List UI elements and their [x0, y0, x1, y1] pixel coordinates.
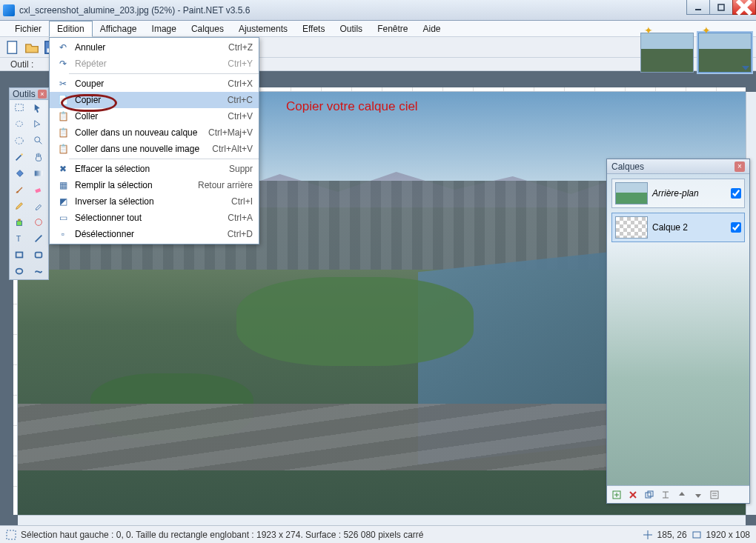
tool-lasso[interactable]	[10, 116, 29, 133]
menu-item-copier[interactable]: 📄CopierCtrl+C	[50, 92, 259, 108]
tools-close-icon[interactable]: ×	[38, 90, 47, 99]
tools-panel-label: Outils	[13, 89, 36, 99]
svg-point-16	[35, 137, 40, 142]
menu-icon: 📋	[56, 111, 70, 121]
menu-item-remplir-la-s-lection[interactable]: ▦Remplir la sélectionRetour arrière	[50, 177, 259, 193]
menu-shortcut: Ctrl+Z	[228, 42, 253, 53]
layer-visible-checkbox[interactable]	[731, 188, 741, 199]
menu-shortcut: Ctrl+Y	[228, 59, 253, 69]
merge-layer-button[interactable]	[659, 488, 672, 502]
delete-layer-button[interactable]	[626, 488, 640, 502]
layers-toolbar	[607, 485, 749, 503]
thumb-2[interactable]: ✦	[698, 33, 752, 73]
layer-properties-button[interactable]	[708, 488, 721, 502]
menu-edition[interactable]: Edition	[49, 21, 93, 37]
tools-panel-title[interactable]: Outils ×	[10, 88, 48, 100]
menu-effets[interactable]: Effets	[295, 21, 332, 36]
menu-shortcut: Ctrl+D	[228, 229, 253, 239]
open-button[interactable]	[24, 39, 40, 56]
tool-brush[interactable]	[10, 181, 29, 198]
layer-row[interactable]: Arrière-plan	[611, 179, 745, 208]
menu-ajustements[interactable]: Ajustements	[231, 21, 295, 36]
layers-list: Arrière-plan Calque 2	[607, 174, 749, 503]
menu-item-inverser-la-s-lection[interactable]: ◩Inverser la sélectionCtrl+I	[50, 193, 259, 210]
svg-point-14	[16, 121, 23, 127]
status-dims: 1920 x 108	[706, 530, 750, 540]
svg-rect-4	[7, 41, 16, 53]
menu-image[interactable]: Image	[145, 21, 184, 36]
scrollbar-horizontal[interactable]	[18, 515, 746, 525]
menu-item-effacer-la-s-lection[interactable]: ✖Effacer la sélectionSuppr	[50, 161, 259, 177]
minimize-button[interactable]	[686, 0, 710, 15]
tool-recolor[interactable]	[29, 214, 48, 230]
layer-visible-checkbox[interactable]	[731, 222, 741, 233]
svg-line-18	[16, 155, 21, 160]
menu-label: Copier	[70, 95, 228, 105]
thumb-1[interactable]: ✦	[640, 33, 694, 73]
tool-zoom[interactable]	[29, 133, 48, 149]
menu-item-s-lectionner-tout[interactable]: ▭Sélectionner toutCtrl+A	[50, 210, 259, 226]
tool-eraser[interactable]	[29, 181, 48, 198]
svg-rect-43	[693, 532, 700, 538]
tool-pan[interactable]	[29, 149, 48, 165]
menu-icon: ↷	[56, 59, 70, 69]
menu-icon: ◩	[56, 196, 70, 207]
menu-shortcut: Ctrl+X	[228, 79, 253, 89]
tool-text[interactable]: T	[10, 230, 29, 247]
layers-panel[interactable]: Calques × Arrière-plan Calque 2	[606, 159, 750, 504]
add-layer-button[interactable]	[610, 488, 623, 502]
svg-point-19	[21, 153, 23, 156]
tool-move-pixels[interactable]	[29, 116, 48, 133]
new-button[interactable]	[4, 39, 21, 56]
duplicate-layer-button[interactable]	[643, 488, 656, 502]
tool-ellipse-select[interactable]	[10, 133, 29, 149]
layers-title: Calques	[611, 161, 735, 172]
menu-item-annuler[interactable]: ↶AnnulerCtrl+Z	[50, 39, 259, 56]
tool-paint-bucket[interactable]	[10, 165, 29, 181]
move-down-button[interactable]	[692, 488, 705, 502]
title-doc: cxl_screenshot_alumine_203.jpg	[19, 5, 149, 16]
window-controls	[687, 0, 756, 15]
tool-move-selection[interactable]	[29, 100, 48, 116]
menu-item-coller-dans-une-nouvelle-image[interactable]: 📋Coller dans une nouvelle imageCtrl+Alt+…	[50, 141, 259, 157]
menu-outils[interactable]: Outils	[332, 21, 370, 36]
menu-shortcut: Ctrl+C	[228, 95, 253, 105]
tools-panel[interactable]: Outils × T	[9, 87, 49, 280]
tool-gradient[interactable]	[29, 165, 48, 181]
menu-item-coller[interactable]: 📋CollerCtrl+V	[50, 108, 259, 124]
maximize-button[interactable]	[709, 0, 733, 15]
window-title: cxl_screenshot_alumine_203.jpg (52%) - P…	[19, 5, 753, 16]
move-up-button[interactable]	[675, 488, 689, 502]
cursor-icon	[643, 530, 653, 540]
layer-row[interactable]: Calque 2	[611, 213, 745, 242]
menu-fichier[interactable]: Fichier	[7, 21, 49, 36]
tool-rect-select[interactable]	[10, 100, 29, 116]
menu-item-couper[interactable]: ✂CouperCtrl+X	[50, 76, 259, 92]
svg-rect-13	[16, 104, 24, 111]
tool-ellipse[interactable]	[10, 263, 29, 279]
menu-affichage[interactable]: Affichage	[93, 21, 145, 36]
tool-rect[interactable]	[10, 247, 29, 263]
menu-item-coller-dans-un-nouveau-calque[interactable]: 📋Coller dans un nouveau calqueCtrl+Maj+V	[50, 124, 259, 141]
tool-rounded-rect[interactable]	[29, 247, 48, 263]
layers-panel-header[interactable]: Calques ×	[607, 159, 749, 174]
tool-line[interactable]	[29, 230, 48, 247]
svg-rect-22	[17, 221, 22, 225]
chevron-down-icon[interactable]	[742, 66, 749, 70]
menu-label: Remplir la sélection	[70, 180, 198, 190]
tool-pencil[interactable]	[10, 198, 29, 214]
svg-point-29	[16, 269, 23, 274]
tool-freeform[interactable]	[29, 263, 48, 279]
tool-color-picker[interactable]	[29, 198, 48, 214]
menu-fenetre[interactable]: Fenêtre	[370, 21, 415, 36]
layers-close-icon[interactable]: ×	[735, 161, 745, 172]
menu-item-d-s-lectionner[interactable]: ▫DésélectionnerCtrl+D	[50, 226, 259, 242]
menu-icon: ↶	[56, 42, 70, 53]
tool-magic-wand[interactable]	[10, 149, 29, 165]
layer-name: Arrière-plan	[652, 188, 726, 199]
menu-calques[interactable]: Calques	[184, 21, 231, 36]
tool-clone[interactable]	[10, 214, 29, 230]
close-button[interactable]	[732, 0, 756, 15]
title-sep: -	[177, 5, 182, 16]
menu-aide[interactable]: Aide	[415, 21, 448, 36]
